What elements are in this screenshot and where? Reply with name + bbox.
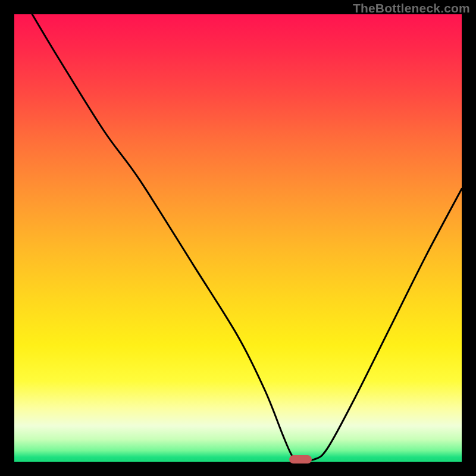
watermark-text: TheBottleneck.com: [353, 1, 470, 15]
plot-area: [14, 14, 462, 462]
optimal-marker: [289, 455, 312, 464]
chart-frame: TheBottleneck.com: [0, 0, 476, 476]
bottleneck-curve: [14, 14, 462, 462]
